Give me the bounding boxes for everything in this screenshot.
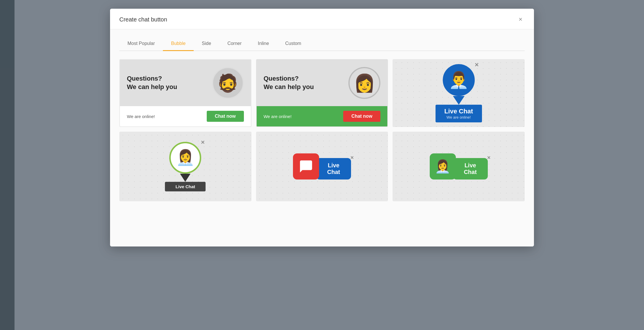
card-5-speech-icon — [293, 153, 319, 179]
card-6-avatar: 👩‍💼 — [430, 153, 456, 179]
card-5-text-box: ✕ Live Chat — [316, 158, 351, 179]
modal-header: Create chat button × — [110, 9, 534, 29]
card-2-heading: Questions? We can help you — [264, 75, 314, 91]
card-1-bottom: We are online! Chat now — [120, 106, 251, 126]
tab-custom[interactable]: Custom — [277, 38, 309, 51]
chat-button-card-6[interactable]: 👩‍💼 ✕ Live Chat — [393, 132, 525, 201]
tab-side[interactable]: Side — [194, 38, 219, 51]
modal-overlay: Create chat button × Most Popular Bubble… — [0, 0, 644, 330]
chat-bubble-icon — [299, 159, 313, 174]
card-4-avatar: 👩‍💼 — [169, 142, 201, 174]
card-3-pin-widget: 👨‍💼 ✕ Live Chat We are online! — [436, 64, 482, 122]
card-3-online: We are online! — [441, 115, 476, 119]
button-grid: Questions? We can help you 🧔 We are onli… — [119, 59, 525, 201]
card-1-text: Questions? We can help you — [127, 75, 177, 91]
card-4-pin-widget: 👩‍💼 ✕ Live Chat — [165, 142, 206, 191]
card-3-live-chat: Live Chat — [441, 108, 476, 115]
modal-close-button[interactable]: × — [516, 15, 525, 24]
card-2-bottom: We are online! Chat now — [257, 106, 388, 126]
card-3-close-icon[interactable]: ✕ — [474, 62, 479, 68]
tab-bar: Most Popular Bubble Side Corner Inline C… — [119, 38, 525, 51]
chat-button-card-5[interactable]: ✕ Live Chat — [256, 132, 388, 201]
card-4-label: Live Chat — [165, 182, 206, 191]
card-2-status: We are online! — [264, 114, 292, 119]
card-4-close-icon[interactable]: ✕ — [201, 139, 205, 146]
card-3-avatar: 👨‍💼 — [443, 64, 475, 96]
card-4-avatar-wrap: 👩‍💼 ✕ — [169, 142, 201, 174]
card-1-chat-button[interactable]: Chat now — [207, 111, 244, 122]
card-5-live-chat: Live Chat — [322, 162, 345, 175]
tab-corner[interactable]: Corner — [219, 38, 250, 51]
chat-button-card-1[interactable]: Questions? We can help you 🧔 We are onli… — [119, 59, 251, 127]
card-3-avatar-wrap: 👨‍💼 ✕ — [443, 64, 475, 96]
card-6-text-box: ✕ Live Chat — [453, 158, 488, 179]
card-6-bubble-widget: 👩‍💼 ✕ Live Chat — [430, 153, 488, 179]
card-4-live-chat: Live Chat — [176, 184, 195, 189]
chat-button-card-2[interactable]: Questions? We can help you 👩 We are onli… — [256, 59, 388, 127]
tab-bubble[interactable]: Bubble — [163, 38, 194, 51]
card-1-heading: Questions? We can help you — [127, 75, 177, 91]
card-5-bubble-widget: ✕ Live Chat — [293, 153, 351, 179]
modal-body: Most Popular Bubble Side Corner Inline C… — [110, 29, 534, 246]
tab-inline[interactable]: Inline — [250, 38, 277, 51]
chat-button-card-3[interactable]: 👨‍💼 ✕ Live Chat We are online! — [393, 59, 525, 127]
card-6-close-icon[interactable]: ✕ — [487, 155, 491, 160]
modal-dialog: Create chat button × Most Popular Bubble… — [110, 9, 534, 246]
card-3-triangle — [453, 96, 465, 105]
card-2-text: Questions? We can help you — [264, 75, 314, 91]
card-2-top: Questions? We can help you 👩 — [257, 60, 388, 106]
card-1-top: Questions? We can help you 🧔 — [120, 60, 251, 106]
card-1-avatar: 🧔 — [212, 67, 244, 99]
modal-title: Create chat button — [119, 16, 167, 23]
card-5-close-icon[interactable]: ✕ — [350, 155, 354, 160]
card-1-status: We are online! — [127, 114, 155, 119]
card-2-avatar: 👩 — [348, 67, 380, 99]
card-2-chat-button[interactable]: Chat now — [343, 111, 380, 122]
tab-most-popular[interactable]: Most Popular — [119, 38, 163, 51]
card-4-triangle — [180, 174, 190, 182]
chat-button-card-4[interactable]: 👩‍💼 ✕ Live Chat — [119, 132, 251, 201]
card-3-label: Live Chat We are online! — [436, 105, 482, 122]
card-6-live-chat: Live Chat — [459, 162, 482, 175]
